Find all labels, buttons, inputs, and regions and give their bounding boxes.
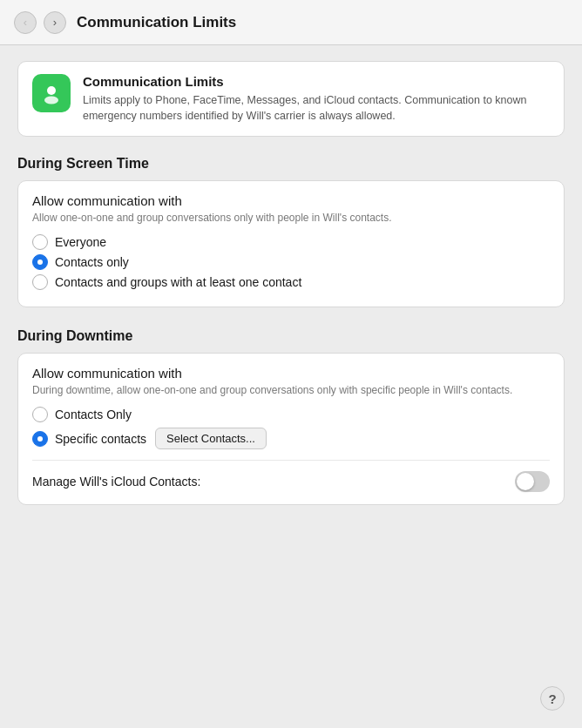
help-button[interactable]: ? xyxy=(540,686,565,711)
radio-dt-contacts-only[interactable] xyxy=(32,407,48,422)
app-icon xyxy=(32,74,71,112)
icloud-contacts-toggle[interactable] xyxy=(515,471,550,492)
screen-time-card-desc: Allow one-on-one and group conversations… xyxy=(32,211,550,226)
top-bar: ‹ › Communication Limits xyxy=(0,0,582,45)
comm-limits-icon xyxy=(40,82,63,104)
downtime-card-desc: During downtime, allow one-on-one and gr… xyxy=(32,383,550,398)
back-icon: ‹ xyxy=(24,16,27,29)
radio-st-contacts-groups[interactable] xyxy=(32,274,48,290)
downtime-card-title: Allow communication with xyxy=(32,366,550,381)
radio-dt-specific[interactable] xyxy=(32,431,48,447)
forward-button[interactable]: › xyxy=(44,11,66,34)
toggle-knob xyxy=(517,473,534,490)
info-card-desc: Limits apply to Phone, FaceTime, Message… xyxy=(83,92,550,124)
option-st-contacts-only[interactable]: Contacts only xyxy=(32,254,550,270)
info-text: Communication Limits Limits apply to Pho… xyxy=(83,74,550,124)
svg-point-0 xyxy=(47,86,56,95)
label-st-contacts-only: Contacts only xyxy=(55,255,129,269)
page-title: Communication Limits xyxy=(77,14,236,31)
screen-time-card-title: Allow communication with xyxy=(32,193,550,208)
label-st-everyone: Everyone xyxy=(55,235,106,249)
option-dt-specific[interactable]: Specific contacts xyxy=(32,431,146,447)
label-dt-contacts-only: Contacts Only xyxy=(55,408,132,421)
label-st-contacts-groups: Contacts and groups with at least one co… xyxy=(55,275,301,289)
back-button[interactable]: ‹ xyxy=(14,11,37,34)
downtime-card: Allow communication with During downtime… xyxy=(17,353,565,505)
forward-icon: › xyxy=(53,16,57,29)
svg-point-1 xyxy=(44,97,58,104)
select-contacts-button[interactable]: Select Contacts... xyxy=(155,428,267,449)
info-card-title: Communication Limits xyxy=(83,74,550,89)
main-content: Communication Limits Limits apply to Pho… xyxy=(0,45,582,542)
toggle-label: Manage Will's iCloud Contacts: xyxy=(32,475,200,489)
option-dt-contacts-only[interactable]: Contacts Only xyxy=(32,407,550,422)
downtime-header: During Downtime xyxy=(17,328,565,344)
option-st-contacts-groups[interactable]: Contacts and groups with at least one co… xyxy=(32,274,550,290)
help-icon: ? xyxy=(548,691,556,706)
option-st-everyone[interactable]: Everyone xyxy=(32,234,550,250)
info-card: Communication Limits Limits apply to Pho… xyxy=(17,61,565,137)
screen-time-card: Allow communication with Allow one-on-on… xyxy=(17,180,565,307)
radio-st-everyone[interactable] xyxy=(32,234,48,250)
option-dt-specific-row: Specific contacts Select Contacts... xyxy=(32,427,550,451)
icloud-contacts-toggle-row: Manage Will's iCloud Contacts: xyxy=(32,460,550,492)
screen-time-header: During Screen Time xyxy=(17,156,565,172)
label-dt-specific: Specific contacts xyxy=(55,432,146,446)
radio-st-contacts-only[interactable] xyxy=(32,254,48,270)
